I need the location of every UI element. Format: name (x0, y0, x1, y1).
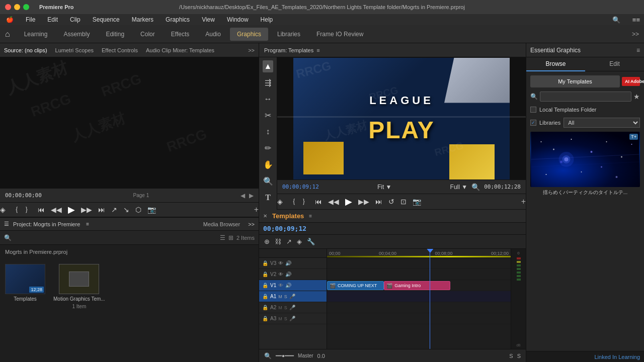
eg-tab-edit[interactable]: Edit (585, 57, 644, 71)
a1-mic-icon[interactable]: 🎤 (289, 294, 295, 299)
menu-clip[interactable]: Clip (68, 15, 83, 24)
program-step-fwd[interactable]: ⏭ (375, 198, 382, 206)
program-mark-out[interactable]: ｝ (302, 197, 309, 206)
rewind-button[interactable]: ◀◀ (51, 206, 62, 214)
add-transport-button[interactable]: + (254, 205, 259, 214)
program-step-back[interactable]: ⏮ (315, 198, 322, 206)
project-item-templates[interactable]: 12;28 Templates (5, 264, 45, 302)
zoom-out-btn[interactable]: 🔍 (264, 352, 272, 359)
a3-s[interactable]: S (284, 316, 287, 321)
search-project-icon[interactable]: 🔍 (4, 234, 12, 241)
clip-coming-up-next[interactable]: 🎬 COMING UP NEXT (327, 281, 384, 290)
eg-search-input[interactable] (540, 92, 631, 102)
v1-vis-icon[interactable]: 👁 (278, 283, 283, 288)
program-camera[interactable]: 📷 (413, 198, 421, 206)
tab-color[interactable]: Color (133, 28, 162, 41)
track-row-a3[interactable] (327, 313, 511, 324)
eg-thumbnail[interactable]: T+ (530, 132, 640, 187)
a2-mic-icon[interactable]: 🎤 (289, 305, 295, 310)
timeline-settings[interactable]: 🔧 (307, 238, 315, 245)
panels-icon[interactable]: ≡≡ (632, 16, 640, 24)
full-dropdown[interactable]: Full ▼ (450, 184, 468, 191)
tab-lumetri[interactable]: Lumetri Scopes (55, 47, 94, 53)
libraries-dropdown[interactable]: All (564, 118, 640, 128)
tab-libraries[interactable]: Libraries (270, 28, 307, 41)
magnet-tool[interactable]: ⊕ (264, 238, 270, 245)
sync-lock-right[interactable]: S (517, 353, 521, 359)
a2-s[interactable]: S (284, 305, 287, 310)
tab-editing[interactable]: Editing (99, 28, 131, 41)
add-marker-button[interactable]: ◈ (0, 206, 6, 214)
v2-vis-icon[interactable]: 👁 (278, 272, 283, 277)
minimize-button[interactable] (14, 4, 20, 10)
libraries-checkbox[interactable] (530, 120, 536, 126)
panel-expand-button[interactable]: >> (248, 221, 255, 227)
search-global-icon[interactable]: 🔍 (612, 16, 620, 24)
menu-view[interactable]: View (200, 15, 217, 24)
fast-fwd-button[interactable]: ▶▶ (81, 206, 92, 214)
menu-apple[interactable]: 🍎 (4, 15, 16, 24)
program-loop[interactable]: ↺ (388, 198, 394, 206)
export-button[interactable]: ⬡ (135, 206, 141, 214)
playhead[interactable] (430, 249, 430, 349)
project-panel-menu[interactable]: ≡ (86, 221, 89, 227)
a1-s[interactable]: S (284, 294, 287, 299)
fit-dropdown[interactable]: Fit ▼ (377, 184, 392, 191)
project-item-mogrt[interactable]: Motion Graphics Tem... 1 Item (53, 264, 105, 309)
v2-lock-icon[interactable]: 🔒 (262, 272, 268, 277)
mark-clip-btn[interactable]: ◈ (297, 238, 302, 245)
tab-frame-io[interactable]: Frame IO Review (309, 28, 370, 41)
v3-vis-icon[interactable]: 👁 (278, 260, 283, 266)
a2-lock-icon[interactable]: 🔒 (262, 305, 268, 310)
tab-source[interactable]: Source: (no clips) (4, 47, 47, 53)
menu-window[interactable]: Window (225, 15, 251, 24)
select-tool[interactable]: ▲ (263, 60, 274, 72)
clip-gaming-intro[interactable]: 🎬 Gaming Intro (384, 281, 450, 290)
v2-solo[interactable]: 🔊 (285, 272, 291, 277)
adobe-stock-button[interactable]: AI Adobe (622, 77, 640, 86)
v1-lock-icon[interactable]: 🔒 (262, 283, 268, 288)
home-button[interactable]: ⌂ (5, 30, 10, 39)
tab-audio[interactable]: Audio (198, 28, 228, 41)
program-add-marker[interactable]: ◈ (277, 198, 283, 206)
sync-lock-left[interactable]: S (509, 353, 513, 359)
tab-learning[interactable]: Learning (17, 28, 55, 41)
track-row-a2[interactable] (327, 302, 511, 313)
tab-graphics[interactable]: Graphics (230, 28, 268, 41)
maximize-button[interactable] (23, 4, 29, 10)
insert-edit-btn[interactable]: ↗ (286, 238, 292, 245)
menu-file[interactable]: File (24, 15, 37, 24)
zoom-slider[interactable]: ━━●━━━ (276, 353, 294, 358)
slip-tool[interactable]: ↕ (265, 126, 272, 138)
list-view-icon[interactable]: ☰ (220, 234, 225, 241)
tab-effects[interactable]: Effects (164, 28, 196, 41)
close-button[interactable] (5, 4, 11, 10)
program-safe-margin[interactable]: ⊡ (400, 198, 407, 206)
program-mark-in[interactable]: ｛ (289, 197, 296, 206)
text-tool[interactable]: T (264, 192, 272, 204)
mark-out-button[interactable]: ｝ (25, 205, 32, 214)
overwrite-button[interactable]: ↘ (123, 206, 129, 214)
more-workspaces-button[interactable]: >> (372, 31, 639, 38)
eg-panel-menu[interactable]: ≡ (636, 47, 640, 54)
a3-lock-icon[interactable]: 🔒 (262, 316, 268, 321)
program-fwd[interactable]: ▶▶ (358, 198, 369, 206)
program-panel-menu[interactable]: ≡ (316, 47, 319, 53)
eg-favorites-button[interactable]: ★ (633, 93, 640, 101)
timeline-menu[interactable]: ≡ (309, 213, 312, 219)
pen-tool[interactable]: ✏ (263, 142, 273, 154)
play-button[interactable]: ▶ (68, 204, 75, 215)
track-row-v2[interactable] (327, 269, 511, 280)
track-select-tool[interactable]: ⇶ (263, 76, 273, 89)
program-play[interactable]: ▶ (345, 196, 352, 207)
my-templates-button[interactable]: My Templates (531, 76, 619, 87)
menu-help[interactable]: Help (259, 15, 275, 24)
a1-m[interactable]: M (278, 294, 282, 299)
hand-tool[interactable]: ✋ (262, 158, 275, 171)
track-row-v1[interactable]: 🎬 COMING UP NEXT 🎬 Gaming Intro (327, 280, 511, 291)
timeline-tab-name[interactable]: Templates (272, 212, 304, 220)
a3-m[interactable]: M (278, 316, 282, 321)
eg-thumbnail-container[interactable]: T+ 揺らめくパーティクルのタイトルテ... (530, 132, 640, 196)
menu-sequence[interactable]: Sequence (91, 15, 122, 24)
a1-lock-icon[interactable]: 🔒 (262, 294, 268, 299)
